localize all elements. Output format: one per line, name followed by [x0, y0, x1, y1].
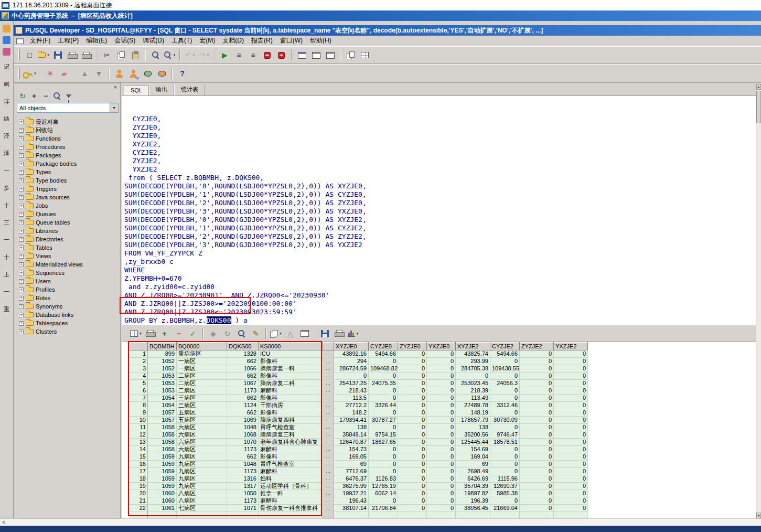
tree-item[interactable]: +Clusters — [16, 327, 120, 336]
row-number-cell[interactable]: 16 — [129, 461, 148, 468]
grid-cell[interactable]: 0 — [427, 453, 456, 461]
grid-cell[interactable]: 运动医学科（骨科） — [259, 483, 323, 490]
grid-cell[interactable]: 7698.49 — [456, 468, 490, 475]
row-number-cell[interactable]: 17 — [129, 468, 148, 475]
grid-cell[interactable]: 1058 — [148, 431, 177, 439]
grid-view-icon[interactable] — [358, 48, 372, 62]
row-number-cell[interactable]: 8 — [129, 402, 148, 409]
grid-cell[interactable]: 0 — [554, 468, 588, 475]
grid-cell[interactable]: 899 — [148, 350, 177, 358]
grid-cell[interactable]: 1060 — [148, 490, 177, 497]
grid-cell[interactable]: 0 — [398, 395, 427, 402]
grid-cell[interactable]: 0 — [427, 439, 456, 446]
grid-cell[interactable]: 0 — [490, 387, 520, 395]
grid-col-header[interactable]: CYZJE0 — [369, 343, 398, 350]
cell-expand-button[interactable]: … — [323, 387, 334, 395]
grid-cell[interactable]: 0 — [490, 461, 520, 468]
grid-cell[interactable]: 36275.99 — [334, 483, 369, 490]
expand-all-icon[interactable]: + — [29, 91, 39, 101]
session-person-icon[interactable] — [112, 67, 126, 80]
grid-cell[interactable]: 1058 — [148, 446, 177, 453]
grid-cell[interactable]: 0 — [398, 417, 427, 424]
tab-2[interactable]: 输出 — [149, 84, 174, 95]
grid-cell[interactable]: 0 — [554, 483, 588, 490]
grid-cell[interactable]: 293.99 — [456, 358, 490, 365]
grid-cell[interactable]: 1124 — [227, 402, 259, 409]
cell-expand-button[interactable]: … — [323, 417, 334, 424]
grid-cell[interactable]: 0 — [427, 490, 456, 497]
tree-item[interactable]: +Tables — [16, 243, 120, 252]
tree-item[interactable]: +Sequences — [16, 269, 120, 277]
scroll-down-icon[interactable]: ▼ — [756, 513, 761, 518]
import-icon[interactable]: ▼ — [92, 67, 106, 80]
grid-cell[interactable]: 0 — [490, 424, 520, 431]
menu-item[interactable]: 文档(D) — [219, 35, 248, 46]
tree-item[interactable]: +Profiles — [16, 285, 120, 294]
grid-cell[interactable]: 1059 — [148, 461, 177, 468]
grid-cell[interactable]: 一病区 — [177, 365, 227, 373]
grid-cell[interactable]: 0 — [398, 483, 427, 490]
database-orange-icon[interactable] — [155, 67, 169, 80]
grid-cell[interactable]: 253023.45 — [456, 380, 490, 387]
grid-cell[interactable]: 18578.51 — [490, 439, 520, 446]
menu-item[interactable]: 帮助(H) — [306, 35, 335, 46]
refresh-results-icon[interactable]: ↻ — [220, 327, 234, 341]
grid-copy-icon[interactable]: ▼ — [269, 327, 283, 341]
row-number-cell[interactable]: 5 — [129, 380, 148, 387]
menu-item[interactable]: 工程(P) — [54, 35, 82, 46]
help-icon[interactable]: ? — [175, 67, 189, 80]
grid-cell[interactable]: 0 — [427, 380, 456, 387]
grid-cell[interactable]: 0 — [554, 402, 588, 409]
grid-cell[interactable]: 0 — [398, 453, 427, 461]
grid-cell[interactable]: 0 — [554, 358, 588, 365]
grid-cell[interactable]: 1053 — [148, 373, 177, 380]
grid-cell[interactable]: 0 — [520, 446, 554, 453]
window-list-icon[interactable] — [323, 48, 337, 62]
grid-cell[interactable]: 0 — [520, 424, 554, 431]
grid-cell[interactable]: 0 — [520, 431, 554, 439]
grid-cell[interactable]: 0 — [427, 424, 456, 431]
expand-icon[interactable]: + — [19, 271, 24, 275]
grid-cell[interactable]: 影像科 — [259, 373, 323, 380]
grid-cell[interactable]: 0 — [369, 358, 398, 365]
grid-cell[interactable]: 0 — [398, 461, 427, 468]
cell-expand-button[interactable]: … — [323, 468, 334, 475]
grid-cell[interactable]: 九病区 — [177, 468, 227, 475]
grid-cell[interactable]: 0 — [398, 431, 427, 439]
grid-cell[interactable]: 169.05 — [334, 453, 369, 461]
grid-col-header[interactable]: XYZJE0 — [334, 343, 369, 350]
grid-cell[interactable]: 0 — [427, 365, 456, 373]
grid-cell[interactable]: 12690.37 — [490, 483, 520, 490]
grid-cell[interactable]: 1058 — [148, 439, 177, 446]
tree-item[interactable]: +Type bodies — [16, 176, 120, 185]
grid-cell[interactable]: 6062.14 — [369, 490, 398, 497]
grid-cell[interactable]: 24056.3 — [490, 380, 520, 387]
grid-col-header[interactable] — [323, 343, 334, 350]
grid-col-header[interactable]: YXZJE0 — [427, 343, 456, 350]
grid-cell[interactable]: 196.39 — [456, 497, 490, 505]
grid-cell[interactable]: 286724.59 — [334, 365, 369, 373]
grid-cell[interactable]: 三病区 — [177, 395, 227, 402]
grid-cell[interactable]: 6426.69 — [456, 475, 490, 483]
grid-cell[interactable]: 0 — [520, 453, 554, 461]
grid-cell[interactable]: 脑病康复一科 — [259, 365, 323, 373]
grid-cell[interactable]: 麻醉科 — [259, 387, 323, 395]
row-number-cell[interactable]: 19 — [129, 483, 148, 490]
grid-cell[interactable]: 1069 — [227, 417, 259, 424]
grid-cell[interactable]: 1066 — [227, 365, 259, 373]
tree-item[interactable]: +Synonyms — [16, 302, 120, 311]
grid-cell[interactable]: 脑病康复三科 — [259, 431, 323, 439]
save-results-icon[interactable] — [318, 327, 332, 341]
grid-cell[interactable]: 662 — [227, 395, 259, 402]
grid-cell[interactable]: 0 — [490, 468, 520, 475]
grid-cell[interactable]: 179394.41 — [334, 417, 369, 424]
grid-col-header[interactable]: BQ0000 — [177, 343, 227, 350]
new-window-icon[interactable] — [295, 48, 309, 62]
expand-icon[interactable]: + — [19, 170, 24, 175]
expand-icon[interactable]: + — [19, 220, 24, 225]
grid-cell[interactable]: 113.49 — [456, 395, 490, 402]
grid-cell[interactable]: 0 — [554, 373, 588, 380]
row-number-cell[interactable]: 22 — [129, 505, 148, 512]
grid-cell[interactable]: 干部病房 — [259, 402, 323, 409]
grid-col-header[interactable]: CYZJE2 — [490, 343, 520, 350]
